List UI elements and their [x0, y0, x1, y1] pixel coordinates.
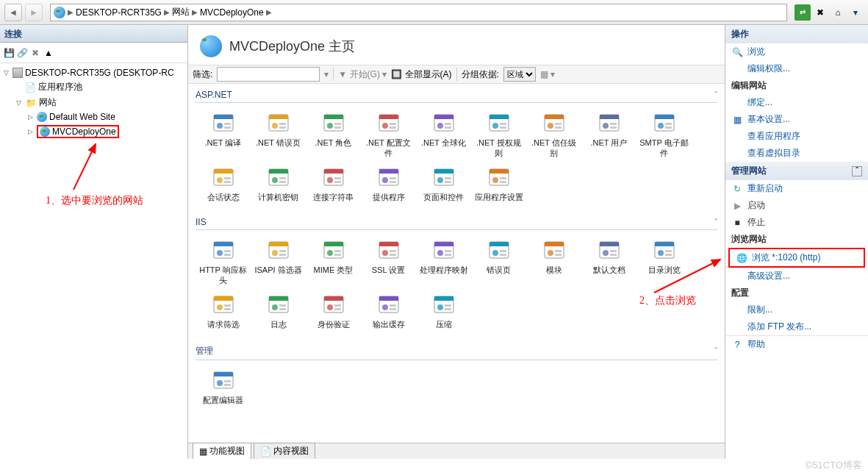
connect-icon[interactable]: 🔗 [16, 47, 28, 59]
mgmt-item[interactable]: 配置编辑器 [196, 365, 251, 409]
feature-icon [597, 238, 622, 262]
aspnet-item[interactable]: .NET 用户 [581, 107, 636, 162]
groupby-select[interactable]: 区域 [503, 67, 536, 82]
action-basic-settings[interactable]: ▦基本设置... [725, 111, 868, 128]
svg-rect-149 [224, 380, 231, 382]
svg-point-23 [437, 123, 443, 129]
collapse-icon: ˆ [714, 218, 717, 226]
breadcrumb[interactable]: ▶ DESKTOP-RCRT35G ▶ 网站 ▶ MVCDeployOne ▶ [50, 4, 787, 21]
tree-sites[interactable]: ▽ 📁 网站 [1, 95, 186, 110]
aspnet-item[interactable]: .NET 全球化 [416, 107, 471, 162]
breadcrumb-sites[interactable]: 网站 [172, 6, 190, 18]
tree-app-pools[interactable]: 📄 应用程序池 [1, 79, 186, 95]
svg-rect-14 [334, 123, 341, 125]
action-explore[interactable]: 🔍浏览 [725, 43, 868, 60]
iis-item[interactable]: 默认文档 [581, 235, 636, 289]
expand-arrow-icon[interactable]: ▽ [1, 69, 10, 76]
expand-arrow-icon[interactable]: ▷ [26, 128, 35, 135]
collapse-icon[interactable]: ˆ [852, 166, 862, 176]
aspnet-item[interactable]: .NET 错误页 [251, 107, 306, 162]
svg-rect-132 [324, 296, 343, 301]
feature-label: 计算机密钥 [252, 193, 304, 203]
content-header: MVCDeployOne 主页 [188, 25, 725, 65]
tree-default-site[interactable]: ▷ Default Web Site [1, 110, 186, 124]
iis-item[interactable]: ISAPI 筛选器 [251, 235, 306, 289]
breadcrumb-root[interactable]: DESKTOP-RCRT35G [76, 7, 162, 18]
aspnet-item[interactable]: .NET 授权规则 [471, 107, 526, 162]
iis-header[interactable]: IISˆ [196, 215, 717, 230]
tree-server[interactable]: ▽ DESKTOP-RCRT35G (DESKTOP-RC [1, 66, 186, 79]
action-limits[interactable]: 限制... [725, 301, 868, 318]
filter-dropdown-icon[interactable]: ▾ [324, 69, 329, 79]
help-button[interactable]: ▾ [847, 4, 864, 21]
view-mode-icon[interactable]: ▦ ▾ [540, 69, 555, 79]
aspnet-item[interactable]: 计算机密钥 [251, 162, 306, 206]
svg-rect-65 [390, 181, 396, 183]
stop-icon[interactable]: ✖ [812, 4, 828, 21]
refresh-all-icon[interactable]: ⇄ [795, 4, 811, 21]
action-start[interactable]: ▶启动 [725, 197, 868, 214]
action-stop[interactable]: ■停止 [725, 214, 868, 231]
home-icon[interactable]: ⌂ [830, 4, 846, 21]
show-all-button[interactable]: 🔲 全部显示(A) [391, 68, 451, 81]
aspnet-item[interactable]: .NET 角色 [306, 107, 361, 162]
start-dropdown[interactable]: ▼ 开始(G) ▾ [338, 68, 387, 81]
aspnet-item[interactable]: 页面和控件 [416, 162, 471, 206]
svg-rect-124 [224, 304, 231, 307]
iis-item[interactable]: HTTP 响应标头 [196, 235, 251, 289]
iis-item[interactable]: 请求筛选 [196, 289, 251, 333]
aspnet-item[interactable]: 连接字符串 [306, 162, 361, 206]
svg-rect-54 [279, 177, 286, 179]
action-bindings[interactable]: 绑定... [725, 94, 868, 111]
tab-content[interactable]: 📄内容视图 [254, 443, 315, 459]
action-advanced[interactable]: 高级设置... [725, 268, 868, 285]
back-button[interactable]: ◄ [4, 4, 22, 21]
iis-item[interactable]: 日志 [251, 289, 306, 333]
action-add-ftp[interactable]: 添加 FTP 发布... [725, 318, 868, 335]
breadcrumb-site[interactable]: MVCDeployOne [200, 7, 264, 18]
delete-icon[interactable]: ✖ [29, 47, 41, 59]
iis-item[interactable]: SSL 设置 [361, 235, 416, 289]
expand-arrow-icon[interactable]: ▷ [26, 113, 35, 121]
iis-item[interactable]: 处理程序映射 [416, 235, 471, 289]
up-icon[interactable]: ▲ [43, 47, 54, 59]
aspnet-item[interactable]: 提供程序 [361, 162, 416, 206]
folder-icon: 📁 [25, 97, 37, 109]
aspnet-header[interactable]: ASP.NETˆ [196, 88, 717, 103]
iis-item[interactable]: MIME 类型 [306, 235, 361, 289]
tree-mvc-site[interactable]: ▷ MVCDeployOne [1, 124, 186, 140]
iis-item[interactable]: 身份验证 [306, 289, 361, 333]
mgmt-header[interactable]: 管理ˆ [196, 343, 717, 360]
svg-point-78 [217, 250, 223, 256]
svg-rect-99 [445, 250, 451, 252]
action-edit-permissions[interactable]: 编辑权限... [725, 60, 868, 77]
svg-rect-67 [434, 169, 453, 174]
feature-label: 错误页 [473, 265, 525, 276]
iis-item[interactable]: 模块 [526, 235, 581, 289]
action-browse-http[interactable]: 🌐浏览 *:1020 (http) [730, 249, 864, 266]
aspnet-item[interactable]: .NET 信任级别 [526, 107, 581, 162]
action-view-apps[interactable]: 查看应用程序 [725, 128, 868, 145]
svg-rect-79 [224, 250, 231, 252]
svg-rect-52 [269, 169, 288, 174]
aspnet-item[interactable]: 会话状态 [196, 162, 251, 206]
restart-icon: ↻ [731, 183, 743, 195]
aspnet-item[interactable]: 应用程序设置 [471, 162, 526, 206]
iis-item[interactable]: 错误页 [471, 235, 526, 289]
filter-input[interactable] [217, 67, 320, 82]
iis-item[interactable]: 压缩 [416, 289, 471, 333]
forward-button[interactable]: ► [25, 4, 43, 21]
tab-features[interactable]: ▦功能视图 [193, 443, 251, 459]
svg-point-83 [272, 250, 278, 256]
svg-rect-27 [489, 115, 509, 119]
save-icon[interactable]: 💾 [3, 47, 15, 59]
iis-item[interactable]: 输出缓存 [361, 289, 416, 333]
aspnet-item[interactable]: .NET 配置文件 [361, 107, 416, 162]
action-restart[interactable]: ↻重新启动 [725, 180, 868, 197]
aspnet-item[interactable]: .NET 编译 [196, 107, 251, 162]
action-help[interactable]: ?帮助 [725, 336, 868, 353]
action-view-vdir[interactable]: 查看虚拟目录 [725, 145, 868, 162]
expand-arrow-icon[interactable]: ▽ [14, 99, 23, 107]
tree-mvc-site-label: MVCDeployOne [52, 126, 116, 137]
aspnet-item[interactable]: SMTP 电子邮件 [636, 107, 692, 162]
